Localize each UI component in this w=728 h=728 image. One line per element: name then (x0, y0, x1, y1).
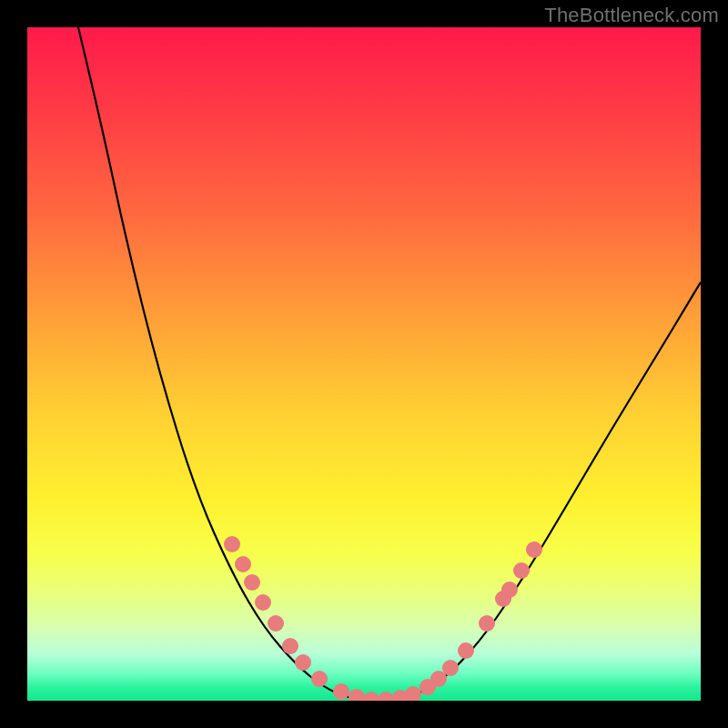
scatter-dot (363, 692, 379, 701)
scatter-dot (224, 536, 240, 552)
scatter-dot (333, 683, 349, 700)
scatter-dot (526, 541, 542, 558)
chart-frame: TheBottleneck.com (0, 0, 728, 728)
bottleneck-curve (78, 27, 701, 700)
scatter-dot (282, 638, 298, 654)
scatter-dot (513, 562, 530, 579)
scatter-dot (255, 594, 271, 611)
scatter-dot (458, 642, 474, 659)
scatter-dots (224, 536, 542, 701)
scatter-dot (442, 660, 459, 676)
scatter-dot (501, 581, 518, 598)
scatter-dot (479, 615, 495, 632)
plot-area (27, 27, 701, 701)
scatter-dot (405, 686, 421, 701)
scatter-dot (349, 689, 365, 701)
chart-svg (27, 27, 701, 701)
scatter-dot (244, 574, 260, 591)
watermark-text: TheBottleneck.com (544, 4, 719, 27)
scatter-dot (378, 692, 394, 701)
scatter-dot (311, 671, 328, 687)
scatter-dot (235, 556, 251, 572)
scatter-dot (295, 654, 311, 671)
scatter-dot (268, 615, 284, 632)
